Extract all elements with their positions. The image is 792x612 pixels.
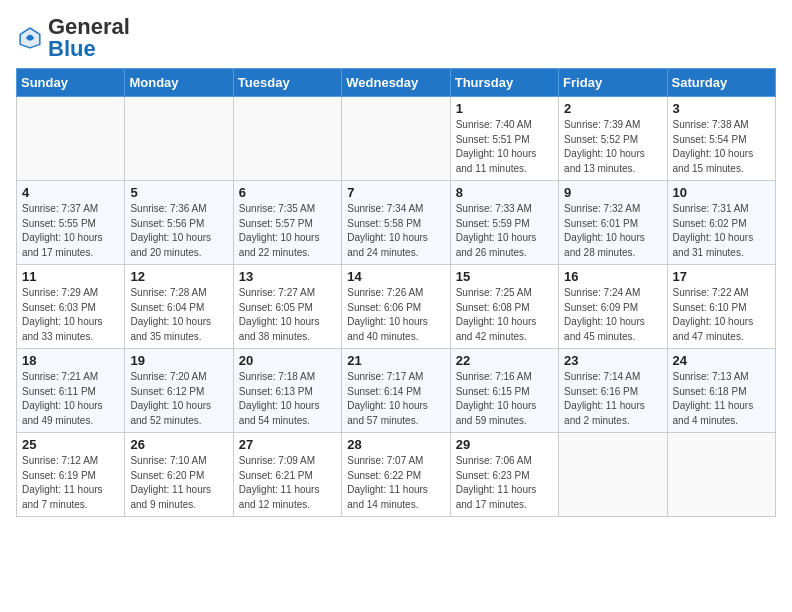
day-info: Sunrise: 7:26 AM Sunset: 6:06 PM Dayligh… <box>347 286 444 344</box>
calendar-week-row: 11Sunrise: 7:29 AM Sunset: 6:03 PM Dayli… <box>17 265 776 349</box>
calendar-cell: 18Sunrise: 7:21 AM Sunset: 6:11 PM Dayli… <box>17 349 125 433</box>
day-info: Sunrise: 7:21 AM Sunset: 6:11 PM Dayligh… <box>22 370 119 428</box>
day-info: Sunrise: 7:25 AM Sunset: 6:08 PM Dayligh… <box>456 286 553 344</box>
day-info: Sunrise: 7:34 AM Sunset: 5:58 PM Dayligh… <box>347 202 444 260</box>
day-number: 1 <box>456 101 553 116</box>
calendar-cell <box>233 97 341 181</box>
day-header-monday: Monday <box>125 69 233 97</box>
day-number: 7 <box>347 185 444 200</box>
day-number: 5 <box>130 185 227 200</box>
day-info: Sunrise: 7:09 AM Sunset: 6:21 PM Dayligh… <box>239 454 336 512</box>
day-header-thursday: Thursday <box>450 69 558 97</box>
calendar-cell <box>559 433 667 517</box>
day-info: Sunrise: 7:29 AM Sunset: 6:03 PM Dayligh… <box>22 286 119 344</box>
day-number: 26 <box>130 437 227 452</box>
day-info: Sunrise: 7:13 AM Sunset: 6:18 PM Dayligh… <box>673 370 770 428</box>
day-info: Sunrise: 7:32 AM Sunset: 6:01 PM Dayligh… <box>564 202 661 260</box>
day-header-friday: Friday <box>559 69 667 97</box>
day-info: Sunrise: 7:07 AM Sunset: 6:22 PM Dayligh… <box>347 454 444 512</box>
day-info: Sunrise: 7:20 AM Sunset: 6:12 PM Dayligh… <box>130 370 227 428</box>
day-info: Sunrise: 7:18 AM Sunset: 6:13 PM Dayligh… <box>239 370 336 428</box>
calendar-cell: 14Sunrise: 7:26 AM Sunset: 6:06 PM Dayli… <box>342 265 450 349</box>
logo: General Blue <box>16 16 130 60</box>
day-info: Sunrise: 7:12 AM Sunset: 6:19 PM Dayligh… <box>22 454 119 512</box>
day-number: 19 <box>130 353 227 368</box>
calendar-cell: 26Sunrise: 7:10 AM Sunset: 6:20 PM Dayli… <box>125 433 233 517</box>
logo-icon <box>16 24 44 52</box>
calendar-cell: 16Sunrise: 7:24 AM Sunset: 6:09 PM Dayli… <box>559 265 667 349</box>
day-number: 21 <box>347 353 444 368</box>
day-info: Sunrise: 7:39 AM Sunset: 5:52 PM Dayligh… <box>564 118 661 176</box>
day-number: 17 <box>673 269 770 284</box>
calendar-cell: 4Sunrise: 7:37 AM Sunset: 5:55 PM Daylig… <box>17 181 125 265</box>
day-info: Sunrise: 7:27 AM Sunset: 6:05 PM Dayligh… <box>239 286 336 344</box>
day-number: 6 <box>239 185 336 200</box>
calendar-week-row: 1Sunrise: 7:40 AM Sunset: 5:51 PM Daylig… <box>17 97 776 181</box>
day-header-sunday: Sunday <box>17 69 125 97</box>
calendar-cell <box>17 97 125 181</box>
calendar-cell: 23Sunrise: 7:14 AM Sunset: 6:16 PM Dayli… <box>559 349 667 433</box>
day-number: 27 <box>239 437 336 452</box>
day-number: 18 <box>22 353 119 368</box>
calendar-cell: 20Sunrise: 7:18 AM Sunset: 6:13 PM Dayli… <box>233 349 341 433</box>
calendar-cell: 2Sunrise: 7:39 AM Sunset: 5:52 PM Daylig… <box>559 97 667 181</box>
day-number: 12 <box>130 269 227 284</box>
calendar-cell: 22Sunrise: 7:16 AM Sunset: 6:15 PM Dayli… <box>450 349 558 433</box>
calendar-cell: 29Sunrise: 7:06 AM Sunset: 6:23 PM Dayli… <box>450 433 558 517</box>
calendar-cell: 19Sunrise: 7:20 AM Sunset: 6:12 PM Dayli… <box>125 349 233 433</box>
calendar-cell: 6Sunrise: 7:35 AM Sunset: 5:57 PM Daylig… <box>233 181 341 265</box>
day-number: 3 <box>673 101 770 116</box>
calendar-cell: 10Sunrise: 7:31 AM Sunset: 6:02 PM Dayli… <box>667 181 775 265</box>
calendar-week-row: 4Sunrise: 7:37 AM Sunset: 5:55 PM Daylig… <box>17 181 776 265</box>
calendar-cell: 11Sunrise: 7:29 AM Sunset: 6:03 PM Dayli… <box>17 265 125 349</box>
day-number: 9 <box>564 185 661 200</box>
day-number: 23 <box>564 353 661 368</box>
day-info: Sunrise: 7:24 AM Sunset: 6:09 PM Dayligh… <box>564 286 661 344</box>
day-number: 11 <box>22 269 119 284</box>
day-info: Sunrise: 7:33 AM Sunset: 5:59 PM Dayligh… <box>456 202 553 260</box>
calendar-cell <box>667 433 775 517</box>
day-info: Sunrise: 7:35 AM Sunset: 5:57 PM Dayligh… <box>239 202 336 260</box>
day-number: 16 <box>564 269 661 284</box>
day-info: Sunrise: 7:16 AM Sunset: 6:15 PM Dayligh… <box>456 370 553 428</box>
day-header-tuesday: Tuesday <box>233 69 341 97</box>
logo-text: General Blue <box>48 16 130 60</box>
day-number: 13 <box>239 269 336 284</box>
calendar-cell: 25Sunrise: 7:12 AM Sunset: 6:19 PM Dayli… <box>17 433 125 517</box>
calendar-cell: 27Sunrise: 7:09 AM Sunset: 6:21 PM Dayli… <box>233 433 341 517</box>
calendar-cell: 17Sunrise: 7:22 AM Sunset: 6:10 PM Dayli… <box>667 265 775 349</box>
day-number: 14 <box>347 269 444 284</box>
calendar-cell: 3Sunrise: 7:38 AM Sunset: 5:54 PM Daylig… <box>667 97 775 181</box>
day-number: 2 <box>564 101 661 116</box>
calendar-cell: 21Sunrise: 7:17 AM Sunset: 6:14 PM Dayli… <box>342 349 450 433</box>
calendar-cell: 12Sunrise: 7:28 AM Sunset: 6:04 PM Dayli… <box>125 265 233 349</box>
calendar-week-row: 18Sunrise: 7:21 AM Sunset: 6:11 PM Dayli… <box>17 349 776 433</box>
calendar-header-row: SundayMondayTuesdayWednesdayThursdayFrid… <box>17 69 776 97</box>
day-info: Sunrise: 7:28 AM Sunset: 6:04 PM Dayligh… <box>130 286 227 344</box>
calendar-week-row: 25Sunrise: 7:12 AM Sunset: 6:19 PM Dayli… <box>17 433 776 517</box>
calendar-cell: 9Sunrise: 7:32 AM Sunset: 6:01 PM Daylig… <box>559 181 667 265</box>
day-info: Sunrise: 7:40 AM Sunset: 5:51 PM Dayligh… <box>456 118 553 176</box>
day-info: Sunrise: 7:22 AM Sunset: 6:10 PM Dayligh… <box>673 286 770 344</box>
day-number: 22 <box>456 353 553 368</box>
day-number: 20 <box>239 353 336 368</box>
day-number: 4 <box>22 185 119 200</box>
calendar-cell: 7Sunrise: 7:34 AM Sunset: 5:58 PM Daylig… <box>342 181 450 265</box>
calendar-table: SundayMondayTuesdayWednesdayThursdayFrid… <box>16 68 776 517</box>
day-info: Sunrise: 7:38 AM Sunset: 5:54 PM Dayligh… <box>673 118 770 176</box>
day-header-saturday: Saturday <box>667 69 775 97</box>
calendar-cell: 8Sunrise: 7:33 AM Sunset: 5:59 PM Daylig… <box>450 181 558 265</box>
day-number: 8 <box>456 185 553 200</box>
day-number: 29 <box>456 437 553 452</box>
day-info: Sunrise: 7:17 AM Sunset: 6:14 PM Dayligh… <box>347 370 444 428</box>
day-number: 28 <box>347 437 444 452</box>
day-number: 24 <box>673 353 770 368</box>
calendar-cell: 28Sunrise: 7:07 AM Sunset: 6:22 PM Dayli… <box>342 433 450 517</box>
day-info: Sunrise: 7:14 AM Sunset: 6:16 PM Dayligh… <box>564 370 661 428</box>
day-info: Sunrise: 7:36 AM Sunset: 5:56 PM Dayligh… <box>130 202 227 260</box>
calendar-cell: 1Sunrise: 7:40 AM Sunset: 5:51 PM Daylig… <box>450 97 558 181</box>
day-info: Sunrise: 7:37 AM Sunset: 5:55 PM Dayligh… <box>22 202 119 260</box>
calendar-cell: 24Sunrise: 7:13 AM Sunset: 6:18 PM Dayli… <box>667 349 775 433</box>
page-header: General Blue <box>16 16 776 60</box>
calendar-cell <box>125 97 233 181</box>
